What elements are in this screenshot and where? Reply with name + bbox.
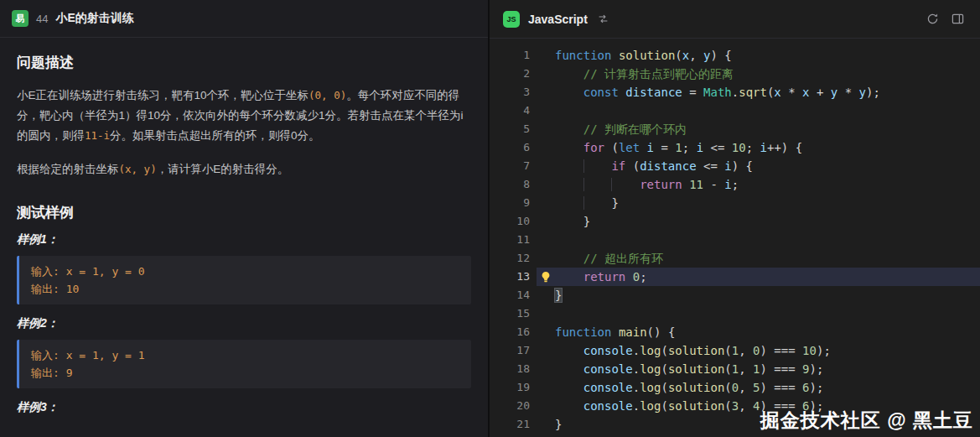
- code-line[interactable]: 12 // 超出所有环: [490, 249, 980, 268]
- indent-chunk: [555, 399, 583, 413]
- text-run: 分。如果射击点超出所有的环，则得0分。: [110, 129, 320, 142]
- javascript-icon: JS: [503, 11, 520, 28]
- code-line[interactable]: 10 }: [490, 212, 980, 231]
- indent-chunk: [555, 252, 583, 265]
- indent-guides: [555, 122, 583, 136]
- code-text: // 判断在哪个环内: [555, 120, 687, 138]
- code-token: ) ===: [760, 362, 803, 376]
- indent-chunk: [555, 270, 583, 284]
- code-token: i: [724, 159, 731, 173]
- indent-guides: [555, 270, 583, 284]
- sample-block: 输入: x = 1, y = 1输出: 9: [17, 340, 471, 388]
- code-token: function: [555, 49, 611, 62]
- code-token: 11: [689, 178, 703, 191]
- code-editor[interactable]: 1function solution(x, y) {2 // 计算射击点到靶心的…: [490, 39, 980, 437]
- code-line[interactable]: 5 // 判断在哪个环内: [490, 120, 980, 138]
- code-token: [611, 325, 618, 339]
- sample-block: 输入: x = 1, y = 0输出: 10: [17, 256, 471, 304]
- code-token: 0: [732, 381, 739, 394]
- code-line[interactable]: 14}: [490, 286, 980, 304]
- code-token: 4: [753, 399, 760, 413]
- code-token: ++) {: [767, 141, 802, 154]
- code-token: console: [583, 381, 633, 394]
- code-row-body: }: [537, 212, 980, 231]
- description-paragraph: 根据给定的射击坐标(x, y)，请计算小E的射击得分。: [17, 159, 471, 179]
- decoration-margin: [537, 157, 555, 175]
- code-token: ,: [739, 344, 753, 357]
- code-line[interactable]: 15: [490, 304, 980, 323]
- code-line[interactable]: 3 const distance = Math.sqrt(x * x + y *…: [490, 83, 980, 101]
- code-line[interactable]: 8 return 11 - i;: [490, 175, 980, 194]
- panel-toggle-icon[interactable]: [948, 10, 967, 29]
- indent-guides: [555, 252, 583, 265]
- code-line[interactable]: 6 for (let i = 1; i <= 10; i++) {: [490, 138, 980, 157]
- decoration-margin: [537, 231, 555, 249]
- text-run: 小E正在训练场进行射击练习，靶有10个环，靶心位于坐标: [17, 89, 309, 101]
- decoration-margin: [537, 397, 555, 415]
- code-token: console: [583, 362, 633, 376]
- indent-chunk: [583, 159, 612, 173]
- code-token: 1: [732, 362, 739, 376]
- code-token: [611, 49, 618, 62]
- code-token: );: [810, 362, 824, 376]
- code-token: 1: [732, 344, 739, 357]
- language-selector[interactable]: JavaScript: [528, 13, 588, 26]
- code-token: 1: [753, 362, 760, 376]
- code-line[interactable]: 17 console.log(solution(1, 0) === 10);: [490, 341, 980, 360]
- code-token: 1: [675, 141, 682, 154]
- decoration-margin: [537, 83, 555, 101]
- code-token: [625, 270, 632, 284]
- problem-panel: 易 44 小E的射击训练 问题描述 小E正在训练场进行射击练习，靶有10个环，靶…: [0, 0, 490, 437]
- code-token: ,: [739, 362, 753, 376]
- code-token: <=: [703, 141, 732, 154]
- line-number: 1: [490, 46, 537, 65]
- code-line[interactable]: 18 console.log(solution(1, 1) === 9);: [490, 360, 980, 378]
- line-number: 9: [490, 194, 537, 212]
- code-line[interactable]: 19 console.log(solution(0, 5) === 6);: [490, 378, 980, 397]
- code-token: (: [625, 159, 640, 173]
- code-token: x: [682, 49, 689, 62]
- code-token: =: [682, 86, 703, 99]
- code-row-body: [537, 101, 980, 120]
- code-row-body: [537, 231, 980, 249]
- code-token: .: [633, 344, 640, 357]
- code-token: solution: [619, 49, 675, 62]
- indent-guides: [555, 86, 583, 99]
- code-token: if: [611, 159, 625, 173]
- indent-chunk: [555, 141, 583, 154]
- line-number: 4: [490, 101, 537, 120]
- code-token: =: [654, 141, 675, 154]
- description-paragraph: 小E正在训练场进行射击练习，靶有10个环，靶心位于坐标(0, 0)。每个环对应不…: [17, 86, 471, 146]
- code-token: solution: [668, 399, 724, 413]
- samples-container: 样例1：输入: x = 1, y = 0输出: 10样例2：输入: x = 1,…: [17, 232, 471, 415]
- code-text: // 超出所有环: [555, 249, 663, 268]
- language-switch-icon[interactable]: [594, 10, 613, 29]
- code-token: i: [724, 178, 731, 191]
- indent-chunk: [555, 178, 583, 191]
- code-text: if (distance <= i) {: [555, 157, 753, 175]
- code-token: 10: [802, 344, 817, 357]
- line-number: 17: [490, 341, 537, 360]
- refresh-icon[interactable]: [923, 10, 941, 29]
- code-token: ) {: [732, 159, 753, 173]
- code-line[interactable]: 4: [490, 101, 980, 120]
- code-line[interactable]: 13 return 0;: [490, 268, 980, 286]
- code-line[interactable]: 11: [490, 231, 980, 249]
- decoration-margin: [537, 378, 555, 397]
- code-line[interactable]: 2 // 计算射击点到靶心的距离: [490, 65, 980, 83]
- code-line[interactable]: 9 }: [490, 194, 980, 212]
- line-number: 11: [490, 231, 537, 249]
- decoration-margin: [537, 120, 555, 138]
- inline-code: (0, 0): [309, 89, 346, 101]
- code-line[interactable]: 1function solution(x, y) {: [490, 46, 980, 65]
- code-line[interactable]: 16function main() {: [490, 323, 980, 341]
- code-token: console: [583, 399, 633, 413]
- decoration-margin: [537, 138, 555, 157]
- code-token: distance: [625, 86, 682, 99]
- indent-guides: [555, 67, 583, 81]
- code-token: );: [810, 381, 824, 394]
- lightbulb-icon[interactable]: [537, 268, 555, 286]
- code-line[interactable]: 7 if (distance <= i) {: [490, 157, 980, 175]
- sample-label: 样例2：: [17, 316, 471, 331]
- code-token: }: [611, 196, 618, 210]
